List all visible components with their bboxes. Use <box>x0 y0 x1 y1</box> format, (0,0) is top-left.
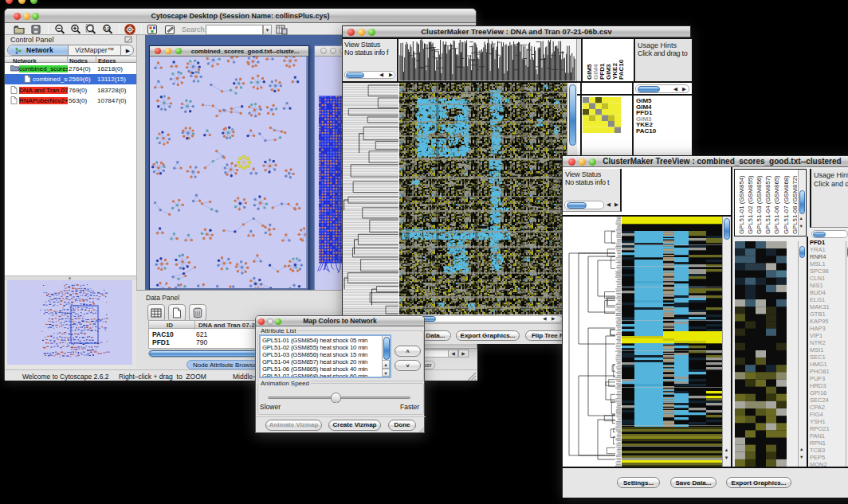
svg-text:GPL51-06 (GSM865): GPL51-06 (GSM865) <box>773 175 780 234</box>
svg-text:GPL51-03 (GSM856): GPL51-03 (GSM856) <box>756 175 763 234</box>
svg-text:GPL51-07 (GSM868): GPL51-07 (GSM868) <box>783 175 790 234</box>
svg-text:GPL51-04 (GSM857): GPL51-04 (GSM857) <box>764 175 771 234</box>
svg-text:GPL51-02 (GSM855): GPL51-02 (GSM855) <box>747 175 754 234</box>
svg-text:1:1: 1:1 <box>104 27 110 31</box>
svg-text:GPL51-01 (GSM854): GPL51-01 (GSM854) <box>738 175 745 234</box>
svg-text:GPL51-08 (GSM872): GPL51-08 (GSM872) <box>791 175 797 234</box>
svg-text:PAC10: PAC10 <box>618 59 625 80</box>
